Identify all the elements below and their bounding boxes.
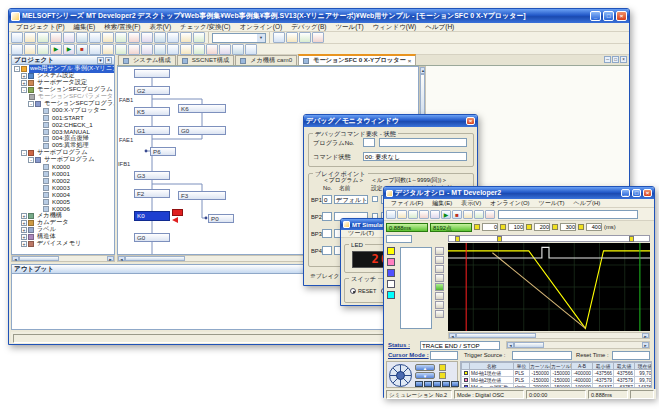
sfc-node-K0[interactable]: K0 [134, 211, 170, 221]
stop-trace-icon[interactable]: ■ [452, 210, 462, 219]
sfc-node-G1[interactable]: G1 [134, 126, 170, 135]
maximize-button[interactable]: □ [603, 11, 614, 21]
waveform-chart[interactable] [448, 243, 650, 331]
options-icon[interactable] [219, 44, 231, 55]
time-marker-icon[interactable] [500, 224, 506, 230]
osc-status-label[interactable]: Status : [388, 342, 410, 348]
new-project-icon[interactable] [11, 32, 23, 43]
sfc-node-G2[interactable]: G2 [134, 86, 170, 95]
sfc-node-F2[interactable]: F2 [134, 189, 170, 198]
menu-item[interactable]: 表示(V) [457, 198, 485, 209]
osc-reset-field[interactable] [612, 351, 650, 360]
tree-expander-icon[interactable]: + [21, 234, 27, 240]
program-name-field[interactable] [379, 138, 467, 147]
undo-icon[interactable] [89, 32, 101, 43]
print-icon[interactable] [419, 210, 429, 219]
menu-item[interactable]: プロジェクト(P) [12, 22, 69, 33]
menu-item[interactable]: ファイル(F) [387, 198, 427, 209]
osc-mini-button[interactable] [435, 265, 444, 273]
tree-item[interactable]: +ラベル [12, 226, 114, 233]
osc-mini-button[interactable] [435, 256, 444, 264]
menu-item[interactable]: ツール(T) [331, 22, 367, 33]
menu-item[interactable]: チェック/変換(C) [176, 22, 234, 33]
navigation-wheel-icon[interactable] [388, 363, 413, 388]
osc-mini-button[interactable] [435, 283, 444, 291]
output-view-icon[interactable] [24, 44, 36, 55]
tree-item[interactable]: 002:CHECK_1 [12, 121, 114, 128]
scroll-right-icon[interactable]: ► [642, 333, 649, 338]
comm-settings-icon[interactable] [180, 32, 192, 43]
marker-b-button[interactable] [439, 372, 446, 379]
osc-mini-button[interactable] [435, 310, 444, 318]
mdi-restore-icon[interactable]: □ [612, 56, 619, 63]
bp-set-checkbox[interactable] [372, 196, 378, 202]
device-memory-icon[interactable] [206, 44, 218, 55]
menu-item[interactable]: 検索/置換(F) [100, 22, 144, 33]
tree-item[interactable]: +デバイスメモリ [12, 240, 114, 247]
osc-nav-button[interactable] [451, 381, 459, 387]
tree-item[interactable]: 001:START [12, 114, 114, 121]
time-marker-icon[interactable] [526, 224, 532, 230]
sfc-node-F3[interactable]: F3 [178, 191, 226, 200]
menu-item[interactable]: 編集(E) [428, 198, 456, 209]
scroll-up-icon[interactable]: ▲ [420, 67, 425, 74]
cut-icon[interactable] [50, 32, 62, 43]
osc-mini-button[interactable] [435, 247, 444, 255]
menu-item[interactable]: デバッグ(B) [287, 22, 330, 33]
sfc-node-G3[interactable]: G3 [134, 171, 170, 180]
tree-expander-icon[interactable]: - [28, 157, 34, 163]
step-run-icon[interactable]: ▶ [63, 44, 75, 55]
scroll-left-icon[interactable]: ◄ [507, 342, 514, 348]
dialog-close-button[interactable]: × [466, 117, 475, 125]
scroll-left-icon[interactable]: ◄ [118, 256, 125, 261]
label-editor-icon[interactable] [180, 44, 192, 55]
run-icon[interactable]: ▶ [50, 44, 62, 55]
axis-monitor-icon[interactable] [115, 44, 127, 55]
tree-item[interactable]: K0000 [12, 163, 114, 170]
osc-table-row[interactable]: Md-モータ回転数r/min-200000-150000-100000-9433… [462, 384, 653, 389]
zoom-out-icon[interactable] [474, 210, 484, 219]
monitor-mode-icon[interactable] [154, 32, 166, 43]
osc-table-row[interactable]: Md-軸2現在値PLS-150000-150000-400000-4375794… [462, 377, 653, 384]
menu-item-tool[interactable]: ツール(T) [344, 228, 378, 239]
tree-expander-icon[interactable]: + [21, 227, 27, 233]
panel-close-icon[interactable]: × [105, 57, 112, 64]
zoom-out-icon[interactable] [286, 32, 298, 43]
servo-monitor-icon[interactable] [167, 44, 179, 55]
copy-icon[interactable] [63, 32, 75, 43]
breakpoint-set-icon[interactable] [89, 44, 101, 55]
menu-item[interactable]: 編集(E) [70, 22, 100, 33]
osc-mini-button[interactable] [435, 292, 444, 300]
menu-item[interactable]: オンライン(O) [236, 22, 287, 33]
open-project-icon[interactable] [24, 32, 36, 43]
tree-expander-icon[interactable]: - [21, 150, 27, 156]
window-cascade-icon[interactable] [232, 44, 244, 55]
save-trace-icon[interactable] [397, 210, 407, 219]
cross-reference-icon[interactable] [37, 44, 49, 55]
trace-color-swatch[interactable] [387, 258, 395, 266]
minimize-button[interactable]: _ [590, 11, 601, 21]
program-no-field[interactable] [363, 138, 375, 147]
tree-item[interactable]: K0005 [12, 198, 114, 205]
sfc-node-P6[interactable]: P6 [150, 147, 176, 156]
osc-nav-button[interactable] [433, 381, 441, 387]
tree-expander-icon[interactable]: + [21, 80, 27, 86]
edit-mode-icon[interactable] [167, 32, 179, 43]
bp-no-field[interactable]: 0 [322, 195, 332, 204]
time-marker-icon[interactable] [552, 224, 558, 230]
osc-trigger-field[interactable] [512, 351, 572, 360]
tree-expander-icon[interactable]: + [21, 241, 27, 247]
bp-no-field[interactable] [322, 229, 332, 238]
tree-expander-icon[interactable]: + [21, 220, 27, 226]
tree-expander-icon[interactable]: + [21, 213, 27, 219]
menu-item[interactable]: ヘルプ(H) [421, 22, 458, 33]
help-icon[interactable] [312, 32, 324, 43]
osc-maximize-button[interactable]: □ [632, 189, 641, 197]
zoom-out-button[interactable]: ▼ [415, 372, 435, 379]
tree-item[interactable]: K0002 [12, 177, 114, 184]
osc-nav-button[interactable] [415, 381, 423, 387]
osc-mini-button[interactable] [435, 301, 444, 309]
device-test-icon[interactable] [102, 44, 114, 55]
trace-color-swatch[interactable] [387, 280, 395, 288]
sfc-node-G0[interactable]: G0 [134, 233, 170, 242]
